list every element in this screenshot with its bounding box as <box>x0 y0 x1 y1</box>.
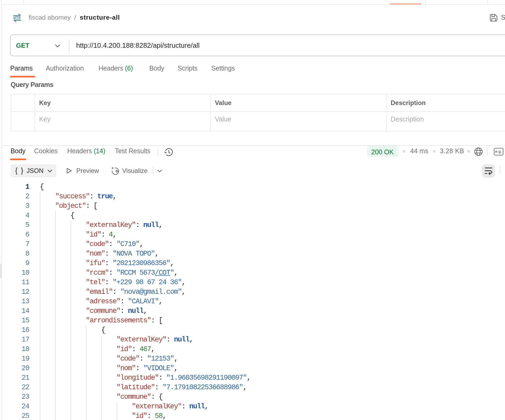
svg-text:HTTP: HTTP <box>13 16 20 21</box>
